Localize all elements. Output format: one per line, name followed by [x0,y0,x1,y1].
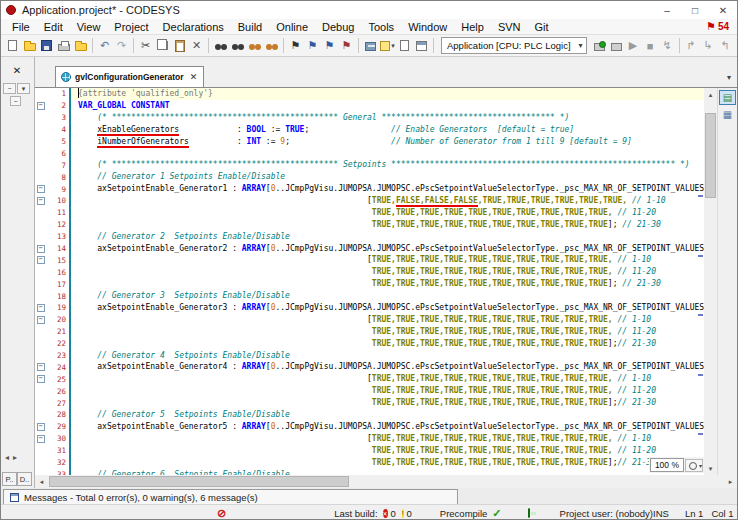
code-pane[interactable]: {attribute 'qualified_only'}VAR_GLOBAL C… [71,88,704,475]
messages-tab[interactable]: Messages - Total 0 error(s), 0 warning(s… [3,489,458,504]
bookmark-clear-button[interactable]: ⚑ [338,37,355,54]
find-in-project-button[interactable] [246,37,263,54]
panel-dropdown-icon[interactable]: ▾ [17,83,30,94]
code-line-7[interactable]: (* *************************************… [71,159,704,171]
active-application-combo[interactable]: Application [CPU: PLC Logic]▾ [441,37,587,54]
close-button[interactable]: ✕ [709,1,737,19]
menu-git[interactable]: Git [528,21,556,33]
code-line-14[interactable]: axSetpointEnable_Generator2 : ARRAY[0..J… [71,243,704,255]
new-pou-button[interactable] [396,37,413,54]
code-line-31[interactable]: TRUE,TRUE,TRUE,TRUE,TRUE,TRUE,TRUE,TRUE,… [71,445,704,457]
code-line-9[interactable]: axSetpointEnable_Generator1 : ARRAY[0..J… [71,183,704,195]
code-line-3[interactable]: (* *************************************… [71,112,704,124]
code-line-32[interactable]: TRUE,TRUE,TRUE,TRUE,TRUE,TRUE,TRUE,TRUE,… [71,457,704,469]
code-line-22[interactable]: TRUE,TRUE,TRUE,TRUE,TRUE,TRUE,TRUE,TRUE,… [71,338,704,350]
incremental-search-button[interactable] [229,37,246,54]
tab-list-dropdown-icon[interactable]: ▾ [727,73,731,82]
logout-button[interactable] [608,37,625,54]
code-line-25[interactable]: [TRUE,TRUE,TRUE,TRUE,TRUE,TRUE,TRUE,TRUE… [71,373,704,385]
panel-collapse-icon-2[interactable]: − [10,96,21,106]
print-button[interactable] [55,37,72,54]
code-line-12[interactable]: TRUE,TRUE,TRUE,TRUE,TRUE,TRUE,TRUE,TRUE,… [71,219,704,231]
menu-online[interactable]: Online [269,21,315,33]
save-button[interactable] [38,37,55,54]
redo-button[interactable]: ↷ [113,37,130,54]
scroll-left-icon[interactable]: ◂ [35,475,48,488]
code-line-5[interactable]: iNumberOfGenerators : INT := 9; // Numbe… [71,136,704,148]
maximize-button[interactable]: □ [681,1,709,19]
copy-project-button[interactable] [72,37,89,54]
chevron-down-icon[interactable]: ▾ [391,42,395,50]
fold-collapse-icon[interactable]: − [37,363,45,371]
fold-collapse-icon[interactable]: − [37,197,45,205]
code-line-18[interactable]: // Generator 3 Setpoints Enable/Disable [71,290,704,302]
code-line-8[interactable]: // Generator 1 Setpoints Enable/Disable [71,171,704,183]
panel-close-button[interactable]: ✕ [9,63,25,77]
textual-view-button[interactable]: ▤ [719,90,736,105]
tab-gvlconfigurationgenerator[interactable]: gvlConfigurationGenerator ✕ [55,66,204,87]
fold-collapse-icon[interactable]: − [37,102,45,110]
menu-tools[interactable]: Tools [361,21,401,33]
step-into-button[interactable]: ↳ [700,37,717,54]
login-button[interactable] [591,37,608,54]
bookmark-toggle-button[interactable]: ⚑ [287,37,304,54]
code-line-28[interactable]: // Generator 5 Setpoints Enable/Disable [71,409,704,421]
horizontal-scroll-thumb[interactable] [49,476,349,487]
insert-mode[interactable]: INS [653,508,669,519]
code-line-13[interactable]: // Generator 2 Setpoints Enable/Disable [71,231,704,243]
menu-svn[interactable]: SVN [491,21,528,33]
fold-collapse-icon[interactable]: − [37,375,45,383]
fold-collapse-icon[interactable]: − [37,316,45,324]
menu-edit[interactable]: Edit [37,21,70,33]
code-line-19[interactable]: axSetpointEnable_Generator3 : ARRAY[0..J… [71,302,704,314]
stop-button[interactable]: ■ [642,37,659,54]
tab-close-icon[interactable]: ✕ [190,72,198,82]
magnifier-zoom-icon[interactable] [685,459,703,472]
step-over-button[interactable]: ↱ [683,37,700,54]
code-line-15[interactable]: [TRUE,TRUE,TRUE,TRUE,TRUE,TRUE,TRUE,TRUE… [71,254,704,266]
start-button[interactable]: ▶ [625,37,642,54]
fold-collapse-icon[interactable]: − [37,304,45,312]
delete-button[interactable]: ✕ [188,37,205,54]
panel-tab-scroll-left[interactable]: ◂ [5,453,9,462]
code-line-10[interactable]: [TRUE,FALSE,FALSE,FALSE,TRUE,TRUE,TRUE,T… [71,195,704,207]
code-line-29[interactable]: axSetpointEnable_Generator5 : ARRAY[0..J… [71,421,704,433]
paste-button[interactable] [171,37,188,54]
code-line-24[interactable]: axSetpointEnable_Generator4 : ARRAY[0..J… [71,361,704,373]
pragma-flag-icon[interactable]: ⚑ [706,20,716,33]
menu-build[interactable]: Build [231,21,269,33]
copy-button[interactable] [154,37,171,54]
pragma-flag-count[interactable]: 54 [718,21,729,32]
scroll-down-icon[interactable]: ▾ [704,462,717,475]
code-line-11[interactable]: TRUE,TRUE,TRUE,TRUE,TRUE,TRUE,TRUE,TRUE,… [71,207,704,219]
menu-declarations[interactable]: Declarations [156,21,231,33]
run-to-cursor-button[interactable]: ↦ [734,37,738,54]
code-line-4[interactable]: xEnableGenerators : BOOL := TRUE; // Ena… [71,124,704,136]
vertical-scrollbar[interactable]: ▴ ▾ [704,88,717,475]
scroll-right-icon[interactable]: ▸ [724,475,737,488]
replace-in-project-button[interactable] [263,37,280,54]
menu-window[interactable]: Window [401,21,454,33]
undo-button[interactable]: ↶ [96,37,113,54]
step-out-button[interactable]: ↰ [717,37,734,54]
new-file-button[interactable] [4,37,21,54]
panel-collapse-icon[interactable]: − [3,83,16,94]
devices-panel-tab[interactable]: D.. [17,472,32,486]
code-line-21[interactable]: TRUE,TRUE,TRUE,TRUE,TRUE,TRUE,TRUE,TRUE,… [71,326,704,338]
pous-panel-tab[interactable]: P.. [2,472,17,486]
menu-project[interactable]: Project [107,21,155,33]
generate-code-button[interactable]: ▾ [379,37,396,54]
code-line-17[interactable]: TRUE,TRUE,TRUE,TRUE,TRUE,TRUE,TRUE,TRUE,… [71,278,704,290]
open-project-button[interactable] [21,37,38,54]
code-line-23[interactable]: // Generator 4 Setpoints Enable/Disable [71,350,704,362]
update-device-button[interactable] [413,37,430,54]
code-line-20[interactable]: [TRUE,TRUE,TRUE,TRUE,TRUE,TRUE,TRUE,TRUE… [71,314,704,326]
fold-collapse-icon[interactable]: − [37,435,45,443]
panel-tab-scroll-right[interactable]: ▸ [13,453,17,462]
fold-collapse-icon[interactable]: − [37,185,45,193]
zoom-level[interactable]: 100 % [650,458,684,472]
fold-collapse-icon[interactable]: − [37,256,45,264]
force-values-button[interactable]: ↯ [659,37,676,54]
menu-file[interactable]: File [5,21,37,33]
code-line-6[interactable] [71,147,704,159]
